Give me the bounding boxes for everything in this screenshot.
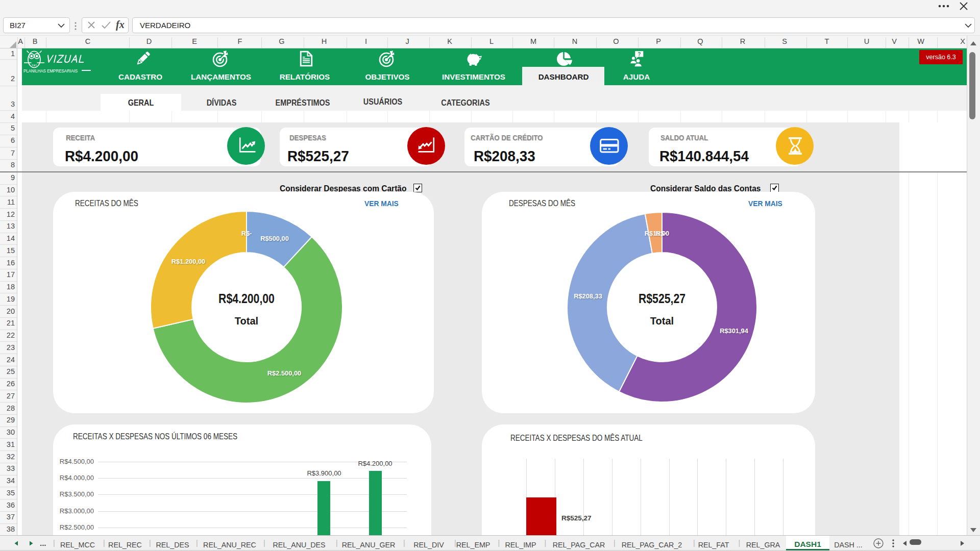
svg-text:?: ?	[638, 52, 641, 57]
